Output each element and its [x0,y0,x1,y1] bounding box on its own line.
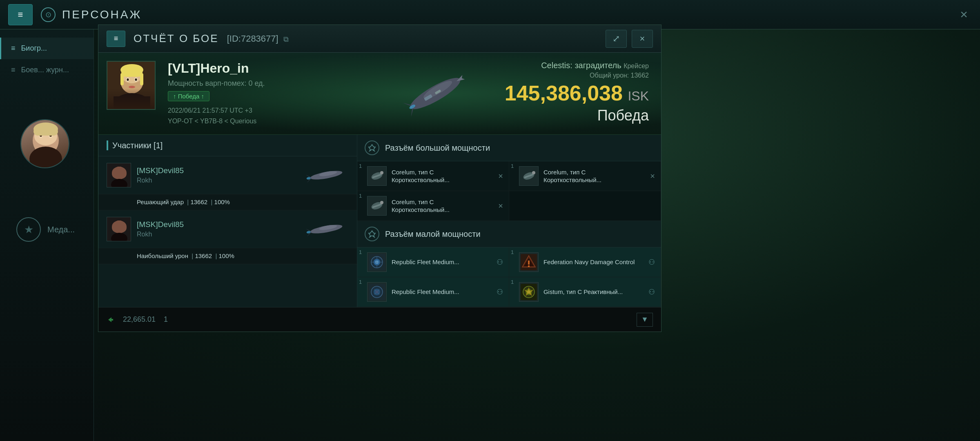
svg-rect-14 [120,73,124,85]
item-icon-l3 [519,282,539,302]
svg-point-21 [114,93,150,110]
hero-stats: Celestis: заградитель Крейсер Общий урон… [492,53,661,134]
item-info-h0: Corelum, тип C Короткоствольный... [392,168,493,184]
svg-point-20 [129,86,135,88]
victory-badge: ↑ Победа ↑ [168,91,209,101]
high-slot-empty [509,191,661,221]
svg-point-74 [375,290,379,294]
item-num-l3: 1 [511,279,514,285]
participants-panel: Участники [1] [MSK]Devil85 Rokh [98,135,357,307]
modal-title-id: [ID:7283677] ⧉ [227,33,289,44]
item-icon-l0 [367,252,387,272]
damage-text-0: Решающий удар | 13662 | 100% [137,198,230,205]
character-avatar-area [20,119,69,168]
person-icon: ⊙ [41,7,56,22]
high-slot-item-2: 1 Corelum, тип C Короткоствольный... × [357,191,509,221]
item-close-h0[interactable]: × [498,172,503,181]
item-info-h1: Corelum, тип C Короткоствольный... [543,168,645,184]
low-slot-header: Разъём малой мощности [357,221,661,247]
hero-ship-name: Celestis: заградитель Крейсер [505,61,649,70]
sidebar-bio-icon: ≡ [11,44,16,53]
item-close-h2[interactable]: × [498,201,503,211]
item-icon-l1 [519,252,539,272]
ship-image [386,63,484,124]
svg-point-18 [127,78,129,81]
participant-ship-0: Rokh [137,177,298,184]
participant-item-0: [MSK]Devil85 Rokh [98,156,357,194]
bottom-row: 22,665.01 1 ▼ [98,307,661,332]
low-slot-icon [365,227,379,241]
high-slot-title: Разъём большой мощности [385,143,490,153]
item-person-l1: ⚇ [648,258,655,267]
sidebar-combat-icon: ≡ [11,66,16,74]
low-slot-title: Разъём малой мощности [385,229,481,239]
item-num-l2: 1 [359,279,362,285]
export-button[interactable]: ⤢ [606,30,627,48]
item-info-h2: Corelum, тип C Короткоствольный... [392,198,493,214]
participant-avatar-1 [107,217,131,241]
item-close-h1[interactable]: × [650,172,655,181]
low-slot-item-0: 1 Republic Fleet Medium... ⚇ [357,247,509,277]
svg-point-53 [380,171,383,174]
svg-point-57 [532,171,535,174]
sidebar-item-bio[interactable]: ≡ Биогр... [0,38,94,59]
sidebar-item-combat[interactable]: ≡ Боев... журн... [0,59,94,81]
hero-isk-value: 145,386,038 [505,81,623,105]
item-num-l1: 1 [511,249,514,255]
low-slot-item-3: 1 Gistum, тип C Реактивный... ⚇ [509,277,661,307]
modal-title: ОТЧЁТ О БОЕ [134,32,219,45]
participants-header: Участники [1] [98,135,357,156]
medal-label: Меда... [47,225,75,234]
hero-date: 2022/06/21 21:57:57 UTC +3 YOP-OT < YB7B… [168,105,374,126]
item-name-h0: Corelum, тип C Короткоствольный... [392,168,493,184]
item-info-l2: Republic Fleet Medium... [392,288,492,296]
hero-info: [VLT]Hero_in Мощность варп-помех: 0 ед. … [164,53,378,134]
hero-avatar [107,61,156,110]
participants-title: Участники [1] [112,141,163,150]
avatar-face [21,120,69,167]
svg-point-33 [114,167,125,180]
high-slot-item-0: 1 Corelum, тип C Короткоствольный... × [357,161,509,191]
modal-menu-button[interactable]: ≡ [107,31,125,47]
high-slot-grid: 1 Corelum, тип C Короткоствольный... × [357,161,661,221]
page-title: ПЕРСОНАЖ [62,8,142,21]
participant-ship-img-0 [304,167,349,183]
item-icon-h1 [519,166,539,186]
modal-close-button[interactable]: × [632,30,653,48]
item-icon-h2 [367,196,387,216]
modal-header-actions: ⤢ × [606,30,653,48]
item-num-h2: 1 [359,193,362,199]
item-name-l2: Republic Fleet Medium... [392,288,492,296]
menu-button[interactable]: ≡ [8,4,33,25]
character-avatar [20,119,69,168]
svg-rect-15 [140,73,143,85]
item-num-l0: 1 [359,249,362,255]
item-info-l0: Republic Fleet Medium... [392,258,492,266]
participant-name-0: [MSK]Devil85 [137,166,298,175]
participant-item-1: [MSK]Devil85 Rokh [98,210,357,248]
hero-ship-area [378,53,492,134]
damage-text-1: Наибольший урон | 13662 | 100% [137,252,234,259]
svg-point-19 [135,78,137,81]
hero-isk-value-area: 145,386,038 ISK [505,82,649,104]
item-name-h2: Corelum, тип C Короткоствольный... [392,198,493,214]
hero-warp-power: Мощность варп-помех: 0 ед. [168,79,374,88]
participant-damage-row-0: Решающий удар | 13662 | 100% [98,194,357,210]
item-info-l3: Gistum, тип C Реактивный... [543,288,644,296]
item-num-h1: 1 [511,163,514,169]
app-close-button[interactable]: × [960,7,968,22]
hero-isk-label: ISK [628,89,649,103]
svg-point-61 [380,201,383,204]
svg-rect-69 [528,261,530,265]
high-slot-icon [365,140,379,155]
item-person-l3: ⚇ [648,287,655,296]
item-num-h0: 1 [359,163,362,169]
participant-ship-img-1 [304,221,349,237]
bottom-value: 22,665.01 [123,315,156,324]
svg-point-34 [114,167,124,175]
participant-info-1: [MSK]Devil85 Rokh [137,220,298,238]
item-icon-h0 [367,166,387,186]
hero-total-damage: Общий урон: 13662 [505,72,649,79]
filter-button[interactable]: ▼ [637,313,653,327]
participant-avatar-0 [107,163,131,187]
